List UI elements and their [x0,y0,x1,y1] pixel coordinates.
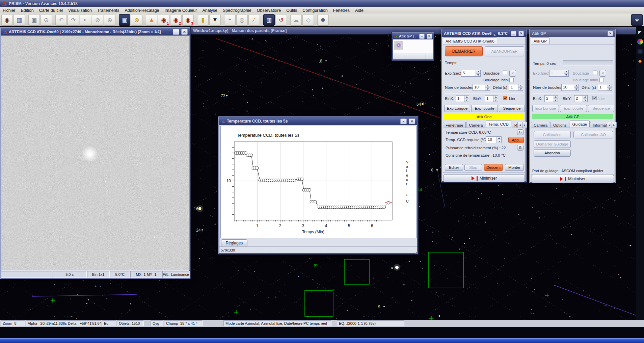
appl-button[interactable]: Appl. [508,137,524,143]
ccd-image[interactable] [1,35,190,270]
exp-spinner[interactable]: 1 [549,70,569,77]
tab-temp-ccd[interactable]: Temp. CCD [486,121,511,127]
menu-item-spectrographie[interactable]: Spectrographie [220,8,254,13]
sequence-button[interactable]: Sequence [499,105,525,112]
menu-item-edition[interactable]: Edition [18,8,36,13]
delai-spinner[interactable]: 1 [509,84,523,91]
spinner-arrows[interactable] [607,84,612,90]
tab-scroll-left[interactable]: ◄ [517,122,522,128]
calibration-ao-button[interactable]: Calibration AO [573,131,613,138]
camera-icon[interactable]: ◉ [1,14,13,26]
tab-information[interactable]: Information [590,122,607,128]
camera-3-icon[interactable]: ◉3 [182,14,194,26]
graph-button-1[interactable]: G [517,129,524,135]
exp-longue-button[interactable]: Exp Longue [444,105,470,112]
spinner-arrows[interactable] [583,96,587,102]
spinner-arrows[interactable] [485,84,490,90]
dome-icon[interactable]: ◓ [224,14,236,26]
cancel-exp-button[interactable]: ✕ [599,70,606,77]
menu-item-analyse[interactable]: Analyse [199,8,220,13]
spinner-arrows[interactable] [476,70,480,76]
screen-icon[interactable]: ▣ [119,14,130,26]
spinner-arrows[interactable] [553,96,558,102]
spinner-arrows[interactable] [518,84,523,90]
tab-atik-gp[interactable]: Atik GP [531,37,549,44]
sky-view-icon[interactable]: ∗ [631,14,643,26]
bouclage-infini-checkbox[interactable] [509,78,514,82]
star-globe-icon[interactable]: ∴ [637,49,643,54]
divide-icon[interactable]: ⊘ [92,14,103,26]
calibration-button[interactable]: Calibration [534,131,571,138]
tab-guidage[interactable]: Guidage [570,121,590,127]
image-icon[interactable]: ▦ [263,14,275,26]
mask-icon[interactable]: ◐ [80,14,91,26]
bouclage-infini-checkbox[interactable] [599,78,604,82]
lier-checkbox[interactable] [503,96,507,100]
tab-options[interactable]: Options [551,122,569,128]
tab-camera[interactable]: Caméra [531,122,550,128]
menu-item-visualisation[interactable]: Visualisation [65,8,95,13]
demarrer-guidage-button[interactable]: Démarrer Guidage [534,140,571,148]
flip-v-icon[interactable]: ↷ [68,14,79,26]
minimiser-button[interactable]: Minimiser [444,174,525,182]
flip-h-icon[interactable]: ↶ [55,14,67,26]
filter-wheel-icon[interactable]: ⊛ [131,14,142,26]
alert-marker-icon[interactable]: ◆ [638,58,642,63]
tab-scroll-left[interactable]: ◄ [607,122,612,128]
frame-select[interactable]: Eq [102,320,116,326]
windows-taskbar[interactable] [0,338,644,343]
rotate-icon[interactable]: ↺ [275,14,287,26]
abandon-button[interactable]: Abandon [534,149,571,157]
tab-scroll-right[interactable]: ► [612,122,617,128]
menu-item-aide[interactable]: Aide [352,8,366,13]
shape-icon[interactable]: ◇ [302,14,314,26]
boucles-spinner[interactable]: 10 [561,84,579,91]
spinner-arrows[interactable] [464,96,469,102]
editer-button[interactable]: Editer [445,164,463,171]
telescope-icon[interactable]: ▼ [209,14,221,26]
bouclage-checkbox[interactable] [503,71,507,75]
tab-scroll-right[interactable]: ► [522,122,527,128]
exp-spinner[interactable]: 5 [461,70,481,77]
menu-item-observatoire[interactable]: Observatoire [254,8,284,13]
menu-dots-button[interactable]: … [511,31,516,36]
descen-button[interactable]: Descen. [484,164,503,171]
sphere-icon[interactable]: ◎ [236,14,248,26]
info-icon[interactable]: ⊙ [41,14,52,26]
cancel-exp-button[interactable]: ✕ [509,70,516,77]
stop-button[interactable]: Stop [464,164,482,171]
save-icon[interactable]: ▦ [14,14,25,26]
biny-spinner[interactable]: 1 [485,95,498,102]
close-button[interactable]: ✕ [518,31,524,36]
temp-requise-spinner[interactable]: 10 [486,136,502,143]
minimize-button[interactable]: – [419,34,425,39]
menu-item-outils[interactable]: Outils [284,8,300,13]
menu-item-addition-recalage[interactable]: Addition-Recalage [122,8,162,13]
spinner-arrows[interactable] [497,137,501,143]
observer-icon[interactable]: ☻ [317,14,329,26]
menu-item-imagerie-couleur[interactable]: Imagerie Couleur [162,8,200,13]
tab-camera[interactable]: Caméra [466,122,485,128]
lier-checkbox[interactable] [592,96,597,100]
add-icon[interactable]: ⊕ [104,14,115,26]
camera-2-icon[interactable]: ◉2 [170,14,182,26]
close-button[interactable]: ✕ [181,29,188,35]
copy-icon[interactable]: ▣ [28,14,40,26]
filter-barrel-icon[interactable]: ▮ [197,14,209,26]
close-button[interactable]: ✕ [409,118,415,124]
menu-item-fen-tres[interactable]: Fenêtres [330,8,352,13]
close-button[interactable]: ✕ [427,34,432,39]
tab-roue[interactable]: Roue [512,122,517,128]
boucles-spinner[interactable]: 10 [473,84,490,91]
menu-item-configuration[interactable]: Configuration [300,8,330,13]
monter-button[interactable]: Monter [505,164,524,171]
biny-spinner[interactable]: 2 [574,95,588,102]
spinner-arrows[interactable] [574,84,579,90]
binx-spinner[interactable]: 2 [544,95,558,102]
graph-button-2[interactable]: G [517,145,524,151]
exp-courte-button[interactable]: Exp. courte [471,105,498,112]
binx-spinner[interactable]: 1 [456,95,469,102]
pointer-icon[interactable]: ▲ [146,14,157,26]
menu-item-carte-du-ciel[interactable]: Carte du ciel [36,8,65,13]
close-button[interactable]: ✕ [608,31,613,36]
